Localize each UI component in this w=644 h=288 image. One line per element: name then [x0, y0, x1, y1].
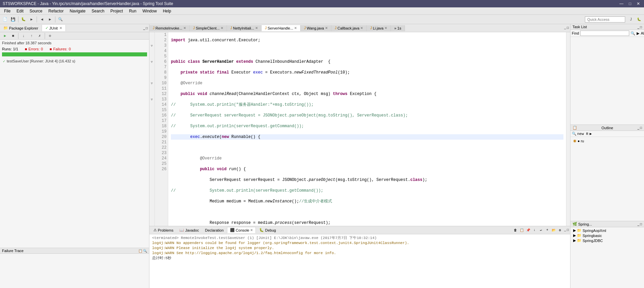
outline-header: 📋 Outline _ □ — [570, 125, 644, 131]
gutter-10[interactable]: ▽ — [149, 81, 154, 86]
junit-next-fail[interactable]: ↓ — [20, 32, 27, 40]
junit-tab[interactable]: ✓ JUnit ✕ — [42, 25, 66, 31]
new-button[interactable]: 📄 — [1, 16, 9, 23]
failures-label: Failures: — [53, 47, 67, 51]
junit-fails-only[interactable]: ✗ — [36, 32, 43, 40]
console-copy-btn[interactable]: 📋 — [519, 227, 525, 233]
runs-label: Runs: — [2, 47, 12, 51]
tab-close-callback[interactable]: ✕ — [360, 26, 363, 30]
junit-prev-fail[interactable]: ↑ — [28, 32, 35, 40]
run-button[interactable]: ▶ — [28, 16, 35, 23]
forward-button[interactable]: ▶ — [46, 16, 54, 23]
gutter-6[interactable]: ▽ — [149, 59, 154, 64]
outline-expand-icon[interactable]: ▶ — [590, 132, 592, 136]
spring-item-basic[interactable]: ▶ 📁 Springbasic — [572, 233, 643, 238]
console-new-btn[interactable]: + — [544, 227, 550, 233]
spring-item-jdbc[interactable]: ▶ 📁 SpringJDBC — [572, 238, 643, 243]
gutter-18 — [149, 124, 154, 129]
task-find-expand-icon[interactable]: ▶ — [637, 31, 639, 36]
minimize-button[interactable]: — — [618, 1, 625, 6]
tab-li[interactable]: J Li.java ✕ — [367, 25, 391, 31]
console-scroll-btn[interactable]: ↓ — [532, 227, 538, 233]
tab-close-li[interactable]: ✕ — [384, 26, 387, 30]
tab-remote-invoke[interactable]: J RemoteInvoke... ✕ — [149, 25, 190, 31]
tab-server-handler[interactable]: J ServerHandle... ✕ — [262, 25, 301, 31]
tab-close-netty[interactable]: ✕ — [255, 26, 258, 30]
failure-trace-filter-icon[interactable]: 🔍 — [143, 249, 147, 253]
console-panel-max[interactable]: □ — [567, 228, 569, 232]
editor-area[interactable]: ▽ ▽ ▽ ▽ — [149, 32, 570, 226]
menu-navigate[interactable]: Navigate — [67, 8, 88, 14]
tab-wang[interactable]: J Wang.java ✕ — [301, 25, 331, 31]
spring-max[interactable]: □ — [640, 222, 642, 226]
close-button[interactable]: ✕ — [635, 1, 641, 6]
debug-button[interactable]: 🐛 — [20, 16, 27, 23]
menu-edit[interactable]: Edit — [14, 8, 26, 14]
spring-item-aop[interactable]: ▶ 📁 SpringAopXml — [572, 228, 643, 233]
line-num-22: 22 — [156, 145, 167, 150]
task-list-max[interactable]: □ — [640, 25, 642, 29]
tab-icon-simple: J — [193, 26, 195, 30]
editor-max-icon[interactable]: □ — [567, 26, 569, 30]
tab-close-simple[interactable]: ✕ — [221, 26, 223, 30]
console-open-file-btn[interactable]: 📂 — [551, 227, 557, 233]
tab-debug[interactable]: 🐛 Debug — [257, 227, 278, 233]
failure-trace-copy-icon[interactable]: 📋 — [138, 249, 142, 253]
menu-search[interactable]: Search — [89, 8, 107, 14]
junit-rerun[interactable]: ▶ — [1, 32, 9, 40]
tab-simple-client[interactable]: J SimpleClient... ✕ — [190, 25, 227, 31]
test-item[interactable]: ✓ testSaveUser [Runner: JUnit 4] (16.432… — [1, 58, 148, 64]
task-list-min[interactable]: _ — [637, 25, 639, 29]
perspective-java[interactable]: J — [627, 16, 635, 23]
menu-file[interactable]: File — [1, 8, 13, 14]
menu-refactor[interactable]: Refactor — [46, 8, 66, 14]
back-button[interactable]: ◀ — [38, 16, 46, 23]
console-panel-min[interactable]: _ — [564, 228, 566, 232]
search-btn[interactable]: 🔍 — [57, 16, 64, 23]
perspective-debug[interactable]: 🐛 — [635, 16, 643, 23]
console-close-icon[interactable]: ✕ — [250, 228, 253, 232]
console-wrap-btn[interactable]: ↩ — [538, 227, 544, 233]
menu-help[interactable]: Help — [160, 8, 174, 14]
tab-callback[interactable]: J Callback.java ✕ — [331, 25, 367, 31]
gutter-3[interactable]: ▽ — [149, 43, 154, 48]
tab-close-remote[interactable]: ✕ — [183, 26, 186, 30]
min-junit-icon[interactable]: _ — [143, 26, 145, 30]
editor-min-icon[interactable]: _ — [564, 26, 566, 30]
spring-jdbc-folder-icon: 📁 — [577, 238, 582, 243]
task-find-search-icon[interactable]: 🔍 — [631, 31, 635, 36]
max-junit-icon[interactable]: □ — [146, 26, 148, 30]
console-settings-btn[interactable]: ⚙ — [557, 227, 563, 233]
outline-max[interactable]: □ — [640, 126, 642, 130]
package-explorer-tab[interactable]: 📁 Package Explorer — [0, 25, 42, 31]
console-tabs: ⚠ Problems 📖 Javadoc Declaration ⬛ Conso… — [149, 226, 570, 234]
tab-close-wang[interactable]: ✕ — [325, 26, 328, 30]
outline-item-run[interactable]: ◉ ● ru — [572, 138, 643, 143]
code-content[interactable]: import java.util.concurrent.Executor; pu… — [168, 32, 566, 226]
tab-javadoc[interactable]: 📖 Javadoc — [177, 227, 201, 233]
tab-declaration[interactable]: Declaration — [202, 228, 226, 233]
tab-console[interactable]: ⬛ Console ✕ — [227, 227, 256, 233]
gutter-8 — [149, 70, 154, 75]
menu-run[interactable]: Run — [126, 8, 139, 14]
tab-netty[interactable]: J NettyInitiali... ✕ — [227, 25, 262, 31]
console-clear-btn[interactable]: 🗑 — [512, 227, 518, 233]
editor-vertical-scrollbar[interactable] — [566, 32, 570, 226]
tab-problems[interactable]: ⚠ Problems — [151, 227, 176, 233]
maximize-button[interactable]: □ — [628, 1, 633, 6]
tab-close-server[interactable]: ✕ — [294, 26, 297, 30]
spring-min[interactable]: _ — [637, 222, 639, 226]
quick-access-input[interactable] — [585, 16, 625, 22]
menu-window[interactable]: Window — [140, 8, 159, 14]
save-button[interactable]: 💾 — [9, 16, 17, 23]
junit-stop[interactable]: ■ — [9, 32, 17, 40]
junit-history[interactable]: ⊙ — [46, 32, 54, 40]
gutter-13[interactable]: ▽ — [149, 97, 154, 102]
task-find-input[interactable] — [580, 31, 629, 36]
tab-overflow[interactable]: » 1s — [391, 25, 405, 31]
outline-min[interactable]: _ — [637, 126, 639, 130]
junit-close-icon[interactable]: ✕ — [59, 26, 62, 30]
console-pin-btn[interactable]: 📌 — [525, 227, 531, 233]
menu-source[interactable]: Source — [27, 8, 45, 14]
menu-project[interactable]: Project — [108, 8, 126, 14]
